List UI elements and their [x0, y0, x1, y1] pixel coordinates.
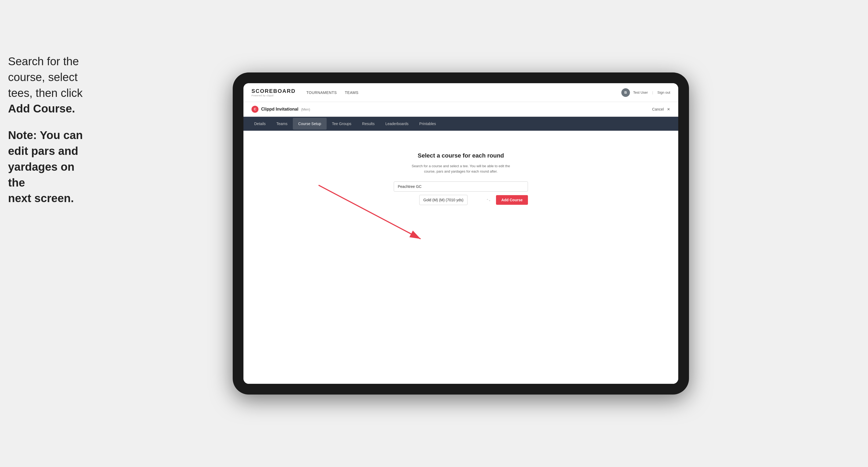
tab-course-setup[interactable]: Course Setup [293, 118, 327, 130]
user-label: Test User [633, 90, 648, 94]
tablet-screen: SCOREBOARD Powered by clippd TOURNAMENTS… [243, 83, 678, 384]
course-search-input[interactable] [394, 181, 528, 192]
nav-link-tournaments[interactable]: TOURNAMENTS [306, 90, 337, 95]
tournament-name: Clippd Invitational [261, 107, 299, 112]
tournament-gender: (Men) [301, 107, 310, 112]
tournament-icon: C [251, 106, 258, 113]
nav-pipe: | [652, 90, 653, 94]
card-subtitle: Search for a course and select a tee. Yo… [394, 163, 528, 174]
logo-area: SCOREBOARD Powered by clippd [251, 88, 296, 97]
tab-teams[interactable]: Teams [271, 118, 293, 130]
top-nav: SCOREBOARD Powered by clippd TOURNAMENTS… [243, 83, 678, 102]
tournament-title: C Clippd Invitational (Men) [251, 106, 310, 113]
logo-sub: Powered by clippd [251, 94, 296, 97]
user-avatar: B [621, 88, 630, 97]
main-content: Select a course for each round Search fo… [243, 131, 678, 384]
tab-printables[interactable]: Printables [414, 118, 441, 130]
tablet-shell: SCOREBOARD Powered by clippd TOURNAMENTS… [233, 72, 689, 395]
course-setup-card: Select a course for each round Search fo… [394, 152, 528, 205]
tee-select[interactable]: Gold (M) (M) (7010 yds) [419, 195, 468, 205]
nav-right: B Test User | Sign out [621, 88, 670, 97]
nav-links: TOURNAMENTS TEAMS [306, 90, 358, 95]
add-course-button[interactable]: Add Course [496, 195, 528, 205]
instruction-line1: Search for the course, select tees, then… [8, 54, 83, 117]
instruction-note: Note: You can edit pars and yardages on … [8, 127, 83, 207]
nav-left: SCOREBOARD Powered by clippd TOURNAMENTS… [251, 88, 359, 97]
instruction-panel: Search for the course, select tees, then… [8, 54, 83, 207]
cancel-button[interactable]: Cancel ✕ [652, 107, 670, 112]
sign-out-link[interactable]: Sign out [657, 90, 670, 94]
tee-select-wrapper: Gold (M) (M) (7010 yds) [394, 195, 493, 205]
logo-text: SCOREBOARD [251, 88, 296, 94]
tab-bar: Details Teams Course Setup Tee Groups Re… [243, 117, 678, 131]
tee-row: Gold (M) (M) (7010 yds) Add Course [394, 195, 528, 205]
tournament-header: C Clippd Invitational (Men) Cancel ✕ [243, 102, 678, 117]
tab-tee-groups[interactable]: Tee Groups [327, 118, 357, 130]
tab-results[interactable]: Results [357, 118, 380, 130]
card-title: Select a course for each round [394, 152, 528, 159]
nav-link-teams[interactable]: TEAMS [345, 90, 359, 95]
tab-details[interactable]: Details [249, 118, 271, 130]
tab-leaderboards[interactable]: Leaderboards [380, 118, 414, 130]
